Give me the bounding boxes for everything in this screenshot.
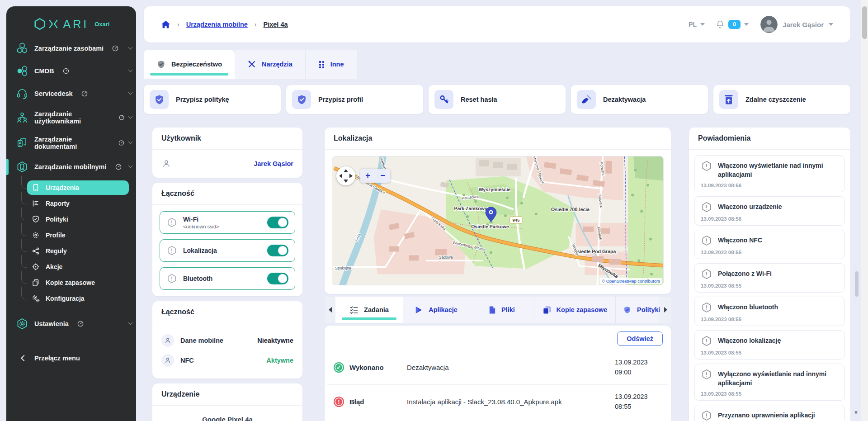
- scroll-down-icon[interactable]: [854, 410, 859, 415]
- notification-count-badge: 0: [728, 20, 741, 29]
- map-street-label: Spokojna: [335, 266, 351, 270]
- breadcrumb-device[interactable]: Pixel 4a: [264, 21, 288, 28]
- language-selector[interactable]: PL: [689, 21, 705, 28]
- person-icon: [161, 334, 174, 347]
- tabs-scroll-left-button[interactable]: [325, 297, 335, 323]
- chevron-down-icon: [128, 164, 133, 168]
- sidebar-item-label: Konfiguracja: [46, 295, 85, 302]
- notifications-list[interactable]: Włączono wyświetlanie nad innymi aplikac…: [689, 150, 850, 421]
- sidebar-item-label: Reguły: [46, 247, 67, 255]
- sidebar-item-configuration[interactable]: Konfiguracja: [27, 291, 129, 306]
- chevron-down-icon: [128, 68, 133, 72]
- device-card: Urządzenie Google Pixel 4a: [152, 383, 302, 421]
- home-icon[interactable]: [161, 20, 170, 29]
- brand-logo[interactable]: ARI Oxari: [6, 6, 136, 33]
- breadcrumb-mobile-devices[interactable]: Urządzenia mobilne: [186, 21, 248, 28]
- bluetooth-toggle-row[interactable]: Bluetooth: [160, 267, 295, 290]
- wifi-toggle[interactable]: [267, 217, 288, 228]
- share-nodes-icon: [32, 247, 40, 255]
- tab-other[interactable]: Inne: [306, 50, 357, 79]
- task-date: 13.09.2023: [615, 357, 662, 367]
- language-label: PL: [689, 21, 697, 28]
- notifications-button[interactable]: 0: [716, 19, 749, 29]
- user-menu[interactable]: Jarek Gąsior: [760, 16, 833, 33]
- notification-timestamp: 13.09.2023 08:55: [701, 250, 839, 255]
- sidebar-item-cmdb[interactable]: CMDB: [6, 60, 136, 82]
- map-attribution[interactable]: © OpenStreetMap contributors: [600, 278, 662, 284]
- tab-tasks[interactable]: Zadania: [335, 297, 403, 323]
- user-profile-link[interactable]: Jarek Gąsior: [254, 160, 293, 167]
- file-icon: [488, 306, 496, 314]
- bluetooth-toggle[interactable]: [267, 273, 288, 284]
- sidebar-item-devices[interactable]: Urządzenia: [27, 180, 129, 195]
- notification-timestamp: 13.09.2023 08:55: [701, 317, 839, 322]
- sidebar-item-backups[interactable]: Kopie zapasowe: [27, 275, 129, 290]
- detail-tabs: Zadania Aplikacje Pliki Kopie zapasowe: [325, 297, 671, 323]
- tab-tools[interactable]: Narzędzia: [235, 50, 306, 79]
- tab-label: Aplikacje: [429, 306, 458, 313]
- task-description: Instalacja aplikacji - Slack_23.08.40.0_…: [407, 398, 610, 406]
- map: 945 Wyszymieście Park Zamkowy, Osiedle P…: [332, 156, 664, 285]
- avatar: [760, 16, 778, 33]
- sidebar-item-rules[interactable]: Reguły: [27, 244, 129, 258]
- task-time: 09:00: [615, 367, 662, 377]
- tabs-scroll-right-button[interactable]: [660, 297, 671, 323]
- remote-wipe-button[interactable]: Zdalne czyszczenie: [713, 85, 850, 114]
- connectivity-status-card: Łączność Dane mobilne Nieaktywne NFC Akt…: [152, 301, 302, 378]
- location-toggle-row[interactable]: Lokalizacja: [160, 239, 295, 262]
- tab-applications[interactable]: Aplikacje: [403, 297, 469, 323]
- page-scrollbar-thumb[interactable]: [862, 6, 867, 39]
- sidebar-item-actions[interactable]: Akcje: [27, 260, 129, 274]
- assign-policy-button[interactable]: Przypisz politykę: [144, 85, 281, 114]
- toggle-label: Bluetooth: [183, 275, 212, 282]
- pan-left-icon[interactable]: [339, 174, 342, 178]
- reset-password-button[interactable]: Reset hasła: [429, 85, 566, 114]
- page-scrollbar[interactable]: [861, 0, 868, 421]
- grid-dots-icon: [318, 60, 325, 69]
- pan-down-icon[interactable]: [344, 180, 348, 183]
- assign-profile-button[interactable]: Przypisz profil: [286, 85, 423, 114]
- status-value: Nieaktywne: [257, 337, 293, 344]
- content-scrollbar-thumb[interactable]: [855, 271, 859, 297]
- gauge-icon: [115, 164, 122, 170]
- tab-label: Inne: [330, 61, 344, 68]
- tab-label: Polityki: [637, 306, 660, 313]
- deactivate-button[interactable]: Dezaktywacja: [571, 85, 708, 114]
- left-column: Użytkownik Jarek Gąsior Łączność Wi-Fi <…: [152, 128, 302, 421]
- zoom-in-button[interactable]: +: [360, 169, 375, 183]
- mobile-data-row: Dane mobilne Nieaktywne: [161, 331, 293, 350]
- sidebar-item-label: Raporty: [46, 200, 70, 207]
- tab-files[interactable]: Pliki: [469, 297, 534, 323]
- sidebar-item-profiles[interactable]: Profile: [27, 228, 129, 242]
- tab-policies[interactable]: Polityki: [616, 297, 660, 323]
- sidebar-item-reports[interactable]: Raporty: [27, 196, 129, 211]
- tab-backups[interactable]: Kopie zapasowe: [534, 297, 616, 323]
- sidebar-item-document-management[interactable]: Zarządzanie dokumentami: [6, 130, 136, 156]
- pan-up-icon[interactable]: [344, 169, 348, 172]
- card-title: Powiadomienia: [689, 128, 850, 150]
- tab-security[interactable]: Bezpieczeństwo: [144, 50, 235, 79]
- sidebar-item-settings[interactable]: Ustawienia: [6, 312, 136, 335]
- tab-label: Pliki: [501, 306, 515, 313]
- oxari-logo-icon: [33, 17, 59, 31]
- map-pan-control[interactable]: [336, 166, 355, 185]
- refresh-button[interactable]: Odśwież: [617, 331, 663, 346]
- pan-right-icon[interactable]: [349, 174, 353, 178]
- arrow-right-icon: [664, 307, 667, 312]
- location-toggle[interactable]: [267, 245, 288, 256]
- sidebar-item-asset-management[interactable]: Zarządzanie zasobami: [6, 37, 136, 60]
- shield-check-icon: [32, 215, 40, 223]
- notification-title: Włączono bluetooth: [718, 302, 778, 312]
- wifi-toggle-row[interactable]: Wi-Fi <unknown ssid>: [160, 211, 295, 234]
- sidebar-item-mobile-management[interactable]: Zarządzanie mobilnymi: [6, 156, 136, 178]
- sidebar-item-policies[interactable]: Polityki: [27, 212, 129, 227]
- sidebar-item-user-management[interactable]: Zarządzanie użytkownikami: [6, 105, 136, 130]
- action-bar: Przypisz politykę Przypisz profil Reset …: [144, 85, 850, 114]
- zoom-out-button[interactable]: −: [375, 169, 390, 183]
- sidebar-item-servicedesk[interactable]: Servicedesk: [6, 82, 136, 105]
- broom-icon: [577, 90, 596, 109]
- notification-timestamp: 13.09.2023 08:55: [701, 283, 839, 289]
- notification-item: Włączono bluetooth 13.09.2023 08:55: [694, 297, 845, 326]
- connectivity-card: Łączność Wi-Fi <unknown ssid>: [152, 183, 302, 296]
- sidebar-collapse-button[interactable]: Przełącz menu: [6, 347, 136, 369]
